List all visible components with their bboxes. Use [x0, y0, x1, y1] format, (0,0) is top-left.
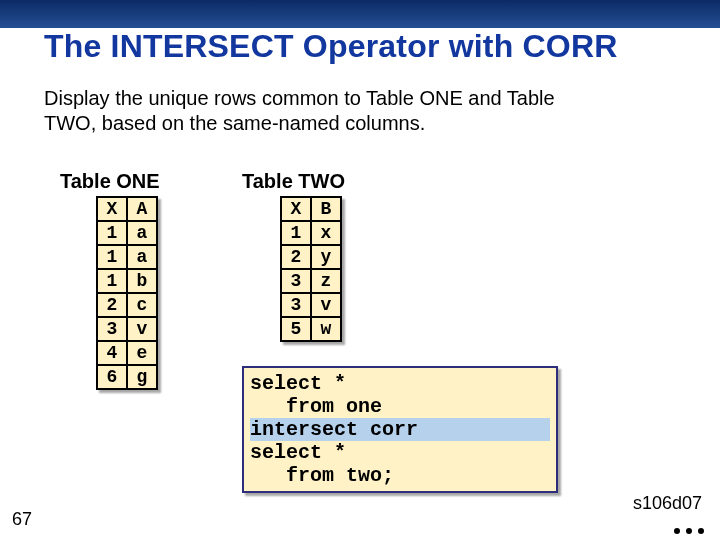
table-cell: 1 [97, 221, 127, 245]
table-row: 1a [97, 245, 157, 269]
table-cell: 3 [97, 317, 127, 341]
slide-title: The INTERSECT Operator with CORR [44, 28, 618, 65]
table-row: 3v [97, 317, 157, 341]
table-cell: 2 [281, 245, 311, 269]
table-cell: y [311, 245, 341, 269]
table-row: X B [281, 197, 341, 221]
header-bar [0, 0, 720, 28]
code-line: from two; [250, 464, 550, 487]
table-cell: 4 [97, 341, 127, 365]
table-cell: a [127, 245, 157, 269]
table-one-caption: Table ONE [60, 170, 160, 193]
slide-number: 67 [12, 509, 32, 530]
table-row: 1x [281, 221, 341, 245]
code-line: select * [250, 441, 550, 464]
table-row: 5w [281, 317, 341, 341]
table-row: 2y [281, 245, 341, 269]
code-line: select * [250, 372, 550, 395]
table-header-cell: X [281, 197, 311, 221]
table-row: 4e [97, 341, 157, 365]
code-block: select * from oneintersect corrselect * … [242, 366, 558, 493]
table-cell: 1 [281, 221, 311, 245]
table-two-caption: Table TWO [242, 170, 345, 193]
table-cell: 6 [97, 365, 127, 389]
table-cell: a [127, 221, 157, 245]
slide-subtitle: Display the unique rows common to Table … [44, 86, 604, 136]
table-cell: w [311, 317, 341, 341]
table-cell: c [127, 293, 157, 317]
code-line: from one [250, 395, 550, 418]
table-cell: v [311, 293, 341, 317]
table-row: 2c [97, 293, 157, 317]
table-cell: 3 [281, 293, 311, 317]
table-cell: g [127, 365, 157, 389]
table-row: 1a [97, 221, 157, 245]
table-row: 3z [281, 269, 341, 293]
continuation-dots-icon [674, 528, 704, 534]
table-row: 1b [97, 269, 157, 293]
table-header-cell: X [97, 197, 127, 221]
code-line-highlight: intersect corr [250, 418, 550, 441]
table-header-cell: B [311, 197, 341, 221]
table-cell: e [127, 341, 157, 365]
table-cell: 3 [281, 269, 311, 293]
table-cell: v [127, 317, 157, 341]
table-header-cell: A [127, 197, 157, 221]
table-cell: b [127, 269, 157, 293]
table-two: X B 1x 2y 3z 3v 5w [280, 196, 342, 342]
table-cell: z [311, 269, 341, 293]
table-cell: 1 [97, 245, 127, 269]
table-row: 6g [97, 365, 157, 389]
table-cell: x [311, 221, 341, 245]
table-one: X A 1a 1a 1b 2c 3v 4e 6g [96, 196, 158, 390]
table-cell: 1 [97, 269, 127, 293]
table-cell: 5 [281, 317, 311, 341]
table-cell: 2 [97, 293, 127, 317]
table-row: X A [97, 197, 157, 221]
slide-ref: s106d07 [633, 493, 702, 514]
table-row: 3v [281, 293, 341, 317]
